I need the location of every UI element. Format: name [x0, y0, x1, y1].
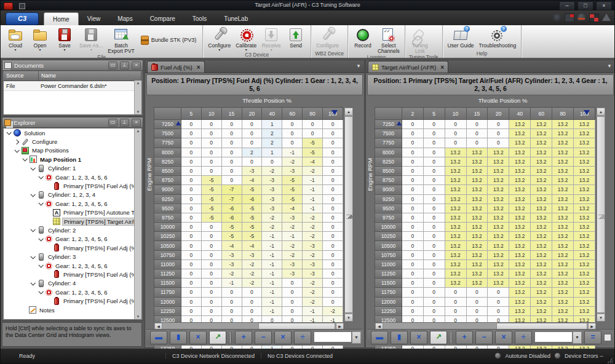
table-cell[interactable]: -4 [303, 157, 323, 166]
ribbon-tab-view[interactable]: View [79, 12, 109, 25]
table-cell[interactable]: 13.2 [552, 166, 574, 175]
table-cell[interactable]: 13.2 [531, 213, 552, 222]
table-cell[interactable]: -2 [242, 259, 262, 269]
table-cell[interactable]: 13.2 [574, 288, 595, 297]
table-cell[interactable]: 13.2 [509, 259, 531, 269]
row-header[interactable]: 8000 [375, 148, 402, 157]
tree-item[interactable]: Primary [TPS%] Fuel Adj (%) [4, 296, 141, 305]
vertical-scrollbar[interactable]: ▲▼ [344, 107, 354, 322]
table-cell[interactable]: 0 [323, 213, 343, 222]
table-cell[interactable]: 13.2 [509, 241, 531, 250]
table-cell[interactable]: 0 [201, 232, 221, 241]
row-header[interactable]: 7500 [154, 129, 181, 138]
row-header[interactable]: 8750 [375, 176, 402, 185]
table-cell[interactable]: 13.2 [552, 279, 574, 288]
row-header[interactable]: 11500 [375, 279, 402, 288]
table-cell[interactable]: 13.2 [509, 194, 531, 204]
table-cell[interactable]: 0 [242, 288, 262, 297]
table-cell[interactable]: 13.2 [509, 232, 531, 241]
user-guide-button[interactable]: User Guide [445, 26, 477, 50]
tree-item[interactable]: Configure [4, 137, 141, 146]
table-cell[interactable]: 0 [221, 306, 242, 315]
scrollbar-thumb[interactable] [344, 116, 353, 313]
table-cell[interactable]: 13.2 [531, 185, 552, 194]
table-cell[interactable]: 0 [445, 129, 466, 138]
ribbon-tab-maps[interactable]: Maps [109, 12, 141, 25]
table-cell[interactable]: -2 [303, 250, 323, 259]
table-cell[interactable]: 0 [282, 288, 303, 297]
vbar-button[interactable]: ▮ [170, 331, 187, 344]
table-cell[interactable]: 0 [402, 250, 423, 259]
tab-close-icon[interactable]: × [197, 64, 200, 71]
table-cell[interactable]: 13.2 [552, 185, 574, 194]
table-cell[interactable]: 0 [323, 269, 343, 279]
hbar-button[interactable]: ▬ [150, 331, 167, 344]
table-cell[interactable]: 0 [423, 185, 445, 194]
chevron-down-icon[interactable] [38, 236, 43, 241]
tuning-link-button[interactable]: Tuning Link [408, 26, 432, 54]
table-cell[interactable]: 0 [423, 241, 445, 250]
row-header[interactable]: 7500 [375, 129, 402, 138]
table-cell[interactable]: 13.2 [488, 241, 509, 250]
table-cell[interactable]: 13.2 [574, 185, 595, 194]
table-cell[interactable]: -2 [323, 306, 343, 315]
table-cell[interactable]: 0 [466, 288, 488, 297]
chevron-down-icon[interactable] [38, 200, 43, 205]
table-cell[interactable]: -2 [221, 269, 242, 279]
table-cell[interactable]: -3 [242, 166, 262, 175]
table-cell[interactable]: 13.2 [488, 259, 509, 269]
tree-item[interactable]: Cylinder: 4 [4, 279, 141, 288]
table-cell[interactable]: 13.2 [445, 259, 466, 269]
send-button[interactable]: Send [284, 26, 308, 52]
table-cell[interactable]: 13.2 [574, 204, 595, 213]
table-cell[interactable]: -1 [282, 148, 303, 157]
configure-wb2-button[interactable]: Configure [314, 26, 341, 50]
table-cell[interactable]: 1 [262, 148, 282, 157]
table-cell[interactable]: 13.2 [488, 176, 509, 185]
row-header[interactable]: 10750 [154, 250, 181, 259]
document-tab[interactable]: Fuel Adj (%)× [147, 61, 205, 73]
table-cell[interactable]: 0 [181, 297, 201, 306]
maximize-button[interactable]: □ [577, 1, 593, 10]
table-cell[interactable]: 0 [282, 138, 303, 148]
table-cell[interactable]: 0 [402, 204, 423, 213]
table-cell[interactable]: 0 [221, 129, 242, 138]
table-cell[interactable]: 13.2 [466, 185, 488, 194]
table-cell[interactable]: 13.2 [509, 176, 531, 185]
table-cell[interactable]: 13.2 [509, 223, 531, 232]
table-cell[interactable]: 0 [221, 138, 242, 148]
combo-dropdown-icon[interactable]: ▼ [352, 331, 361, 344]
table-cell[interactable]: 0 [181, 259, 201, 269]
table-cell[interactable]: 13.2 [531, 288, 552, 297]
table-cell[interactable]: 13.2 [552, 176, 574, 185]
cloud-button[interactable]: Cloud▾ [3, 26, 28, 54]
record-button[interactable]: Record [351, 26, 375, 54]
table-cell[interactable]: -1 [221, 279, 242, 288]
table-cell[interactable]: 0 [402, 269, 423, 279]
panel-maximize-button[interactable]: ▭ [108, 119, 117, 127]
table-cell[interactable]: 0 [181, 223, 201, 232]
tree-item[interactable]: Cylinder: 1 [4, 164, 141, 173]
table-cell[interactable]: 0 [323, 279, 343, 288]
configure-c3-button[interactable]: Configure▾ [205, 26, 233, 52]
tree-item[interactable]: Gear: 1, 2, 3, 4, 5, 6 [4, 173, 141, 181]
table-cell[interactable]: 0 [221, 176, 242, 185]
table-cell[interactable]: 0 [181, 120, 201, 129]
receive-button[interactable]: Receive▾ [259, 26, 284, 52]
table-cell[interactable]: -2 [262, 213, 282, 222]
row-header[interactable]: 12250 [375, 306, 402, 315]
table-cell[interactable]: -3 [221, 250, 242, 259]
table-cell[interactable]: 0 [221, 166, 242, 175]
chevron-down-icon[interactable] [30, 192, 35, 197]
calibrate-button[interactable]: Calibrate▾ [233, 26, 259, 52]
table-cell[interactable]: 13.2 [509, 129, 531, 138]
table-cell[interactable]: 0 [402, 213, 423, 222]
table-cell[interactable]: -3 [303, 269, 323, 279]
grid-corner-cell[interactable] [375, 108, 402, 120]
ribbon-tab-tunelab[interactable]: TuneLab [215, 12, 256, 25]
table-cell[interactable]: 0 [402, 129, 423, 138]
table-cell[interactable]: 0 [201, 306, 221, 315]
tree-item[interactable]: Primary [TPS%] Fuel Adj (%) [4, 270, 141, 279]
table-cell[interactable]: -1 [282, 232, 303, 241]
table-cell[interactable]: 13.2 [445, 241, 466, 250]
